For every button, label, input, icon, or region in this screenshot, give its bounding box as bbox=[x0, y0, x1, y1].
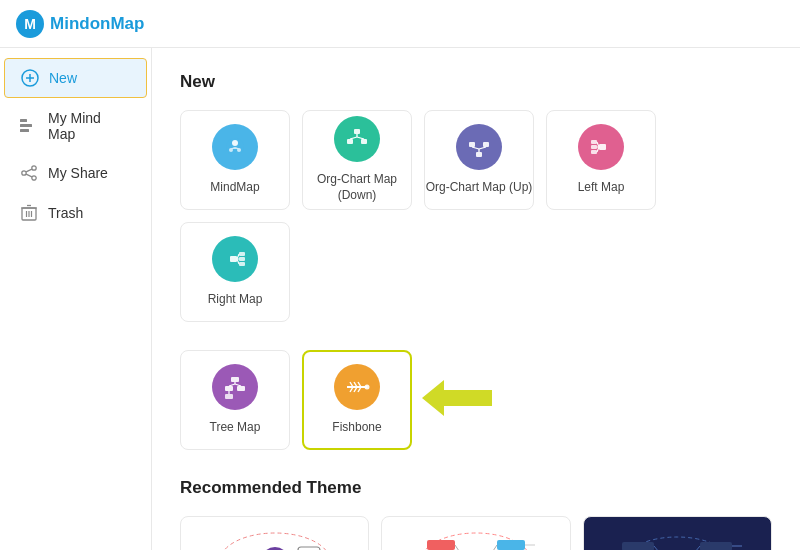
svg-rect-41 bbox=[239, 252, 245, 256]
map-card-leftmap[interactable]: Left Map bbox=[546, 110, 656, 210]
svg-line-32 bbox=[479, 147, 486, 149]
grid-icon bbox=[20, 117, 38, 135]
svg-point-7 bbox=[22, 171, 26, 175]
orgdown-icon bbox=[334, 116, 380, 162]
mindmap-icon bbox=[212, 124, 258, 170]
svg-rect-28 bbox=[469, 142, 475, 147]
svg-rect-3 bbox=[20, 119, 27, 122]
sidebar-item-myshare[interactable]: My Share bbox=[4, 154, 147, 192]
sidebar-item-mymindmap-label: My Mind Map bbox=[48, 110, 131, 142]
sidebar-item-new[interactable]: New bbox=[4, 58, 147, 98]
layout: New My Mind Map My Share Trash New bbox=[0, 48, 800, 550]
sidebar: New My Mind Map My Share Trash bbox=[0, 48, 152, 550]
svg-point-6 bbox=[32, 166, 36, 170]
theme-card-3[interactable] bbox=[583, 516, 772, 550]
svg-rect-87 bbox=[497, 540, 525, 550]
svg-rect-99 bbox=[622, 542, 654, 551]
svg-rect-34 bbox=[591, 140, 597, 144]
map-types-row2: Tree Map Fishbone bbox=[180, 350, 772, 450]
treemap-icon bbox=[212, 364, 258, 410]
svg-point-8 bbox=[32, 176, 36, 180]
header: M MindonMap bbox=[0, 0, 800, 48]
svg-rect-70 bbox=[298, 547, 320, 551]
sidebar-item-new-label: New bbox=[49, 70, 77, 86]
orgup-icon bbox=[456, 124, 502, 170]
leftmap-icon bbox=[578, 124, 624, 170]
svg-rect-43 bbox=[239, 262, 245, 266]
logo-text: MindonMap bbox=[50, 14, 144, 34]
logo: M MindonMap bbox=[16, 10, 144, 38]
share-icon bbox=[20, 164, 38, 182]
map-card-mindmap[interactable]: MindMap bbox=[180, 110, 290, 210]
svg-line-37 bbox=[597, 142, 599, 147]
svg-line-26 bbox=[357, 137, 364, 139]
svg-point-18 bbox=[232, 140, 238, 146]
svg-line-46 bbox=[237, 259, 239, 264]
sidebar-item-myshare-label: My Share bbox=[48, 165, 108, 181]
map-types-row: MindMap Org-Chart Map (Down) Org-Chart M… bbox=[180, 110, 772, 322]
svg-point-62 bbox=[365, 385, 370, 390]
leftmap-label: Left Map bbox=[578, 180, 625, 196]
plus-circle-icon bbox=[21, 69, 39, 87]
fishbone-wrapper: Fishbone bbox=[302, 350, 492, 450]
svg-rect-42 bbox=[239, 257, 245, 261]
svg-line-39 bbox=[597, 147, 599, 152]
fishbone-label: Fishbone bbox=[332, 420, 381, 436]
svg-point-20 bbox=[237, 148, 241, 152]
mindmap-label: MindMap bbox=[210, 180, 259, 196]
svg-line-52 bbox=[229, 384, 235, 386]
svg-point-19 bbox=[229, 148, 233, 152]
svg-line-31 bbox=[472, 147, 479, 149]
svg-rect-47 bbox=[231, 377, 239, 382]
sidebar-item-trash-label: Trash bbox=[48, 205, 83, 221]
svg-line-44 bbox=[237, 254, 239, 259]
svg-rect-105 bbox=[700, 542, 732, 551]
svg-point-65 bbox=[261, 547, 289, 551]
theme-grid bbox=[180, 516, 772, 550]
map-card-fishbone[interactable]: Fishbone bbox=[302, 350, 412, 450]
svg-rect-40 bbox=[230, 256, 237, 262]
svg-rect-4 bbox=[20, 124, 32, 127]
theme-card-2[interactable] bbox=[381, 516, 570, 550]
fishbone-arrow bbox=[422, 380, 492, 420]
svg-rect-5 bbox=[20, 129, 29, 132]
svg-marker-63 bbox=[422, 380, 492, 416]
sidebar-item-trash[interactable]: Trash bbox=[4, 194, 147, 232]
map-card-treemap[interactable]: Tree Map bbox=[180, 350, 290, 450]
svg-rect-33 bbox=[599, 144, 606, 150]
orgdown-label: Org-Chart Map (Down) bbox=[303, 172, 411, 203]
trash-icon bbox=[20, 204, 38, 222]
map-card-rightmap[interactable]: Right Map bbox=[180, 222, 290, 322]
logo-icon: M bbox=[16, 10, 44, 38]
svg-line-9 bbox=[26, 169, 32, 172]
orgup-label: Org-Chart Map (Up) bbox=[426, 180, 533, 196]
svg-line-53 bbox=[235, 384, 241, 386]
svg-rect-81 bbox=[427, 540, 455, 550]
map-card-orgdown[interactable]: Org-Chart Map (Down) bbox=[302, 110, 412, 210]
svg-rect-49 bbox=[237, 386, 245, 391]
svg-rect-23 bbox=[361, 139, 367, 144]
map-card-orgup[interactable]: Org-Chart Map (Up) bbox=[424, 110, 534, 210]
svg-rect-21 bbox=[354, 129, 360, 134]
rightmap-icon bbox=[212, 236, 258, 282]
main-content: New MindMap Org-Chart Map (Down) bbox=[152, 48, 800, 550]
svg-line-25 bbox=[350, 137, 357, 139]
sidebar-item-mymindmap[interactable]: My Mind Map bbox=[4, 100, 147, 152]
svg-rect-36 bbox=[591, 150, 597, 154]
svg-rect-50 bbox=[225, 394, 233, 399]
svg-line-90 bbox=[489, 545, 497, 551]
svg-rect-29 bbox=[483, 142, 489, 147]
svg-rect-22 bbox=[347, 139, 353, 144]
svg-rect-48 bbox=[225, 386, 233, 391]
new-section-title: New bbox=[180, 72, 772, 92]
treemap-label: Tree Map bbox=[210, 420, 261, 436]
svg-line-84 bbox=[455, 545, 463, 551]
svg-rect-27 bbox=[476, 152, 482, 157]
svg-line-10 bbox=[26, 174, 32, 177]
svg-rect-35 bbox=[591, 145, 597, 149]
fishbone-icon bbox=[334, 364, 380, 410]
recommended-title: Recommended Theme bbox=[180, 478, 772, 498]
rightmap-label: Right Map bbox=[208, 292, 263, 308]
theme-card-1[interactable] bbox=[180, 516, 369, 550]
